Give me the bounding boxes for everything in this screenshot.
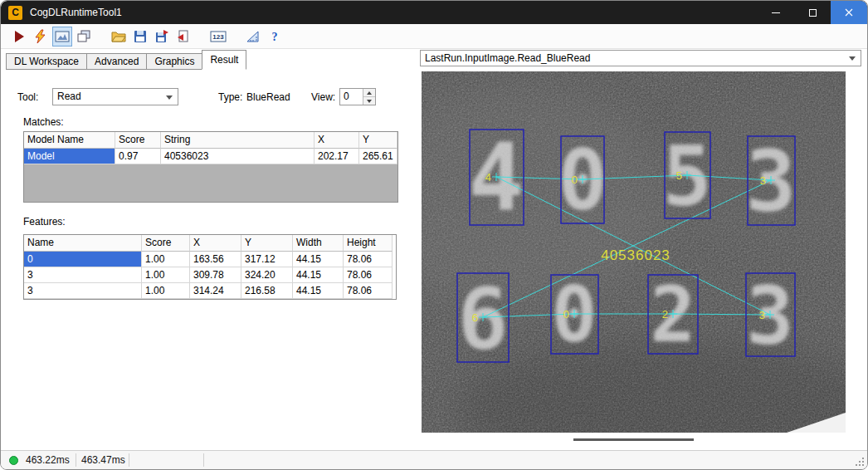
- feature-label: 0: [572, 174, 578, 186]
- horizontal-scrollbar-thumb[interactable]: [573, 438, 694, 441]
- column-header[interactable]: X: [315, 132, 359, 149]
- table-cell[interactable]: 216.58: [241, 283, 293, 299]
- chevron-down-icon: [849, 56, 856, 61]
- floppy-icon: [133, 29, 148, 44]
- table-cell[interactable]: 78.06: [344, 252, 393, 267]
- tab-graphics[interactable]: Graphics: [146, 53, 202, 70]
- save-image-button[interactable]: [152, 27, 172, 47]
- show-image-view-button[interactable]: [52, 27, 72, 47]
- table-cell[interactable]: 324.20: [241, 267, 293, 283]
- record-image-button[interactable]: [173, 27, 193, 47]
- table-cell[interactable]: 0.97: [115, 149, 161, 164]
- floppy-plus-icon: [154, 29, 169, 44]
- table-empty-area: [24, 164, 397, 202]
- table-cell[interactable]: 0: [24, 252, 142, 267]
- feature-label: 5: [676, 169, 682, 182]
- chevron-up-icon: [367, 91, 372, 95]
- maximize-icon: [809, 9, 817, 17]
- lightning-icon: [33, 29, 48, 44]
- column-header[interactable]: Y: [241, 235, 293, 252]
- tool-combobox[interactable]: Read: [52, 88, 178, 105]
- table-cell[interactable]: 314.24: [190, 283, 241, 299]
- column-header[interactable]: Width: [293, 235, 344, 252]
- spinner-down-button[interactable]: [363, 97, 375, 105]
- table-cell[interactable]: 202.17: [315, 149, 359, 164]
- table-row[interactable]: 3 1.00 309.78 324.20 44.15 78.06: [24, 267, 396, 283]
- column-header[interactable]: X: [190, 235, 241, 252]
- features-header-row: Name Score X Y Width Height: [24, 235, 396, 252]
- close-icon: [845, 8, 853, 17]
- column-header[interactable]: Y: [359, 132, 397, 149]
- app-logo-icon: C: [8, 6, 22, 20]
- table-cell[interactable]: 317.12: [241, 252, 293, 267]
- table-row[interactable]: 0 1.00 163.56 317.12 44.15 78.06: [24, 252, 396, 267]
- table-cell[interactable]: 44.15: [293, 283, 344, 299]
- table-cell[interactable]: 78.06: [344, 267, 393, 283]
- matches-label: Matches:: [23, 116, 64, 128]
- cascade-views-button[interactable]: [74, 27, 94, 47]
- run-button[interactable]: [9, 27, 29, 47]
- feature-label: 3: [760, 174, 766, 187]
- table-cell[interactable]: 44.15: [293, 267, 344, 283]
- minimize-icon: [772, 12, 780, 13]
- features-table: Name Score X Y Width Height 0 1.00 163.5…: [23, 234, 397, 300]
- document-arrow-icon: [176, 29, 191, 44]
- image-source-combobox[interactable]: LastRun.InputImage.Read_BlueRead: [420, 50, 861, 66]
- maximize-button[interactable]: [794, 1, 831, 24]
- image-view-icon: [55, 29, 70, 44]
- column-header[interactable]: Height: [344, 235, 393, 252]
- spinner-up-button[interactable]: [363, 89, 375, 97]
- window-title: CogDLRuntimeTool1: [30, 7, 758, 18]
- feature-label: 0: [563, 308, 569, 321]
- table-row[interactable]: Model 0.97 40536023 202.17 265.61: [24, 149, 397, 164]
- table-cell[interactable]: 1.00: [142, 252, 190, 267]
- status-bar: 463.22ms 463.47ms: [1, 450, 867, 469]
- show-values-button[interactable]: 123: [208, 27, 228, 47]
- table-cell[interactable]: 309.78: [190, 267, 241, 283]
- table-cell[interactable]: 3: [24, 267, 142, 283]
- table-cell[interactable]: 44.15: [293, 252, 344, 267]
- feature-label: 4: [485, 171, 491, 184]
- column-header[interactable]: Score: [115, 132, 161, 149]
- inspection-image: 4 0 5 3 6 0 2 3: [422, 71, 846, 433]
- column-header[interactable]: String: [161, 132, 315, 149]
- table-cell[interactable]: 40536023: [161, 149, 315, 164]
- tab-strip: DL Workspace Advanced Graphics Result: [6, 50, 246, 70]
- matches-table: Model Name Score String X Y Model 0.97 4…: [23, 131, 398, 203]
- column-header[interactable]: Model Name: [24, 132, 115, 149]
- table-cell[interactable]: 78.06: [344, 283, 393, 299]
- minimize-button[interactable]: [758, 1, 794, 24]
- image-display[interactable]: 4 0 5 3 6 0 2 3: [422, 71, 846, 433]
- table-cell[interactable]: Model: [24, 149, 115, 164]
- table-cell[interactable]: 1.00: [142, 267, 190, 283]
- resize-grip[interactable]: [856, 458, 865, 467]
- view-spinner-buttons: [363, 89, 375, 105]
- table-cell[interactable]: 163.56: [190, 252, 241, 267]
- toolbar: 123 ?: [1, 24, 867, 49]
- feature-label: 2: [662, 308, 668, 321]
- tab-result[interactable]: Result: [202, 50, 246, 70]
- tab-advanced[interactable]: Advanced: [86, 53, 147, 70]
- tab-dl-workspace[interactable]: DL Workspace: [6, 53, 87, 70]
- help-button[interactable]: ?: [265, 27, 285, 47]
- match-string-overlay: 40536023: [601, 247, 671, 263]
- open-file-button[interactable]: [109, 27, 129, 47]
- table-cell[interactable]: 1.00: [142, 283, 190, 299]
- svg-text:?: ?: [272, 31, 278, 43]
- run-time-value: 463.22ms: [26, 454, 70, 466]
- app-window: C CogDLRuntimeTool1: [0, 0, 868, 470]
- column-header[interactable]: Score: [142, 235, 190, 252]
- statusbar-divider: [76, 453, 76, 467]
- svg-text:123: 123: [212, 33, 224, 41]
- ruler-triangle-icon: [246, 29, 261, 44]
- close-button[interactable]: [831, 1, 867, 24]
- save-button[interactable]: [130, 27, 150, 47]
- table-row[interactable]: 3 1.00 314.24 216.58 44.15 78.06: [24, 283, 396, 299]
- measure-button[interactable]: [243, 27, 263, 47]
- table-cell[interactable]: 3: [24, 283, 142, 299]
- table-cell[interactable]: 265.61: [359, 149, 397, 164]
- play-icon: [12, 29, 27, 44]
- column-header[interactable]: Name: [24, 235, 142, 252]
- view-spinner[interactable]: 0: [339, 88, 376, 105]
- live-run-button[interactable]: [31, 27, 51, 47]
